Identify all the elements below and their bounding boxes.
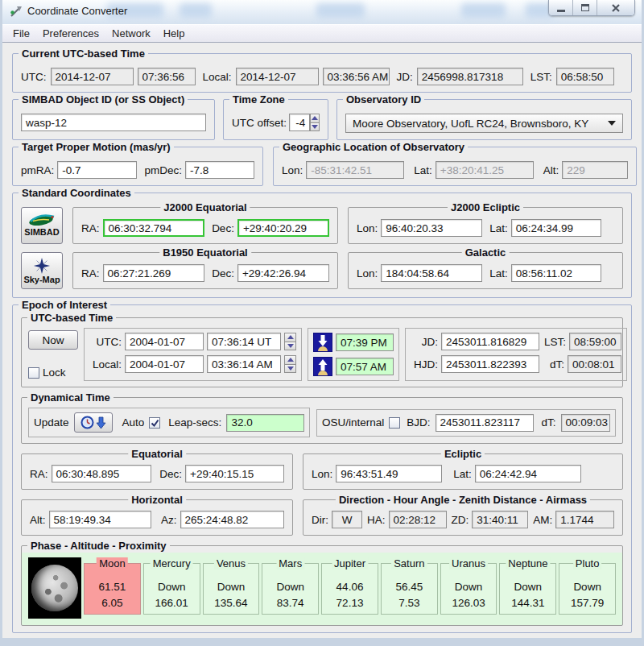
clock-icon — [80, 416, 94, 429]
epoch-jd-input[interactable]: 2453011.816829 — [441, 333, 539, 350]
update-button[interactable] — [74, 412, 113, 433]
maximize-icon — [581, 4, 589, 11]
leap-secs-field[interactable]: 32.0 — [226, 414, 304, 432]
body-proximity-value: 144.31 — [511, 596, 544, 610]
body-panel-jupiter: Jupiter44.0672.13 — [321, 563, 378, 615]
group-standard-coordinates: Standard Coordinates SIMBAD J2000 Equato… — [12, 193, 632, 298]
j2000-ecl-lon-input[interactable]: 96:40:20.33 — [381, 219, 482, 237]
epoch-dec-input[interactable]: +29:40:15.15 — [185, 465, 284, 482]
epoch-hjd-input[interactable]: 2453011.822393 — [441, 355, 539, 373]
menu-file[interactable]: File — [7, 26, 35, 41]
osu-internal-checkbox[interactable] — [389, 417, 400, 429]
jd-label: JD: — [397, 71, 413, 83]
dropdown-arrow-icon — [608, 121, 616, 126]
aero-glass-artifact — [180, 3, 212, 18]
group-title: Target Proper Motion (mas/yr) — [19, 141, 174, 153]
lock-checkbox[interactable] — [28, 367, 39, 379]
aero-glass-artifact — [461, 3, 506, 18]
epoch-ecl-lat-input[interactable]: 06:24:42.94 — [475, 465, 581, 482]
body-proximity-value: 83.74 — [277, 596, 304, 610]
epoch-utc-time-input[interactable]: 07:36:14 UT — [207, 333, 281, 350]
group-current-utc-time: Current UTC-based Time UTC: 2014-12-07 0… — [12, 53, 632, 93]
utc-offset-input[interactable]: -4 — [289, 114, 310, 131]
spinner-down-button[interactable] — [284, 342, 296, 351]
menu-help[interactable]: Help — [158, 26, 191, 41]
geo-lon-field: -85:31:42.51 — [306, 161, 404, 179]
group-b1950-equatorial: B1950 Equatorial RA: 06:27:21.269 Dec: +… — [72, 252, 338, 289]
spinner-down-button[interactable] — [284, 365, 296, 374]
epoch-utc-date-input[interactable]: 2004-01-07 — [125, 333, 204, 350]
current-utc-time-field: 07:36:56 — [138, 68, 196, 85]
altitude-input[interactable]: 58:19:49.34 — [49, 511, 151, 528]
minimize-icon — [557, 10, 565, 12]
group-simbad-object-id: SIMBAD Object ID (or SS Object) wasp-12 — [12, 99, 215, 140]
up-arrow-icon — [312, 116, 318, 120]
sunrise-icon[interactable] — [313, 357, 332, 376]
lst-label: LST: — [530, 71, 552, 83]
j2000-ecl-lat-input[interactable]: 06:24:34.99 — [511, 219, 601, 237]
observatory-selected-value: Moore Observatory, UofL RC24, Brownsboro… — [353, 118, 588, 130]
group-title: Observatory ID — [343, 93, 424, 106]
menu-preferences[interactable]: Preferences — [37, 26, 105, 41]
epoch-local-time-input[interactable]: 03:36:14 AM — [207, 355, 281, 373]
spinner-up-button[interactable] — [284, 333, 296, 342]
now-button[interactable]: Now — [28, 330, 78, 350]
pmdec-input[interactable]: -7.8 — [185, 161, 254, 179]
epoch-ra-input[interactable]: 06:30:48.895 — [52, 465, 152, 482]
minimize-button[interactable] — [549, 0, 573, 15]
titlebar[interactable]: Coordinate Converter — [2, 0, 642, 24]
leap-secs-label: Leap-secs: — [168, 416, 221, 429]
b1950-dec-input[interactable]: +29:42:26.94 — [237, 264, 329, 282]
observatory-dropdown[interactable]: Moore Observatory, UofL RC24, Brownsboro… — [345, 114, 623, 133]
dec-label: Dec: — [159, 468, 182, 480]
j2000-ra-input[interactable]: 06:30:32.794 — [103, 219, 205, 237]
simbad-button[interactable]: SIMBAD — [21, 207, 63, 244]
epoch-ecl-lon-input[interactable]: 96:43:51.49 — [336, 465, 442, 482]
utc-label: UTC: — [89, 336, 122, 348]
update-label: Update — [34, 416, 69, 429]
group-title: Standard Coordinates — [19, 187, 134, 199]
group-proper-motion: Target Proper Motion (mas/yr) pmRA: -0.7… — [12, 147, 263, 186]
group-geographic-location: Geographic Location of Observatory Lon: … — [273, 147, 637, 186]
spinner-up-button[interactable] — [310, 114, 320, 123]
spinner-up-button[interactable] — [284, 355, 296, 365]
group-title: Galactic — [462, 246, 510, 259]
skymap-button[interactable]: Sky-Map — [21, 252, 63, 289]
body-panel-moon: Moon61.516.05 — [84, 563, 141, 615]
jd-label: JD: — [411, 336, 438, 348]
group-title: Ecliptic — [441, 448, 485, 460]
azimuth-input[interactable]: 265:24:48.82 — [180, 511, 284, 528]
lat-label: Lat: — [453, 468, 472, 480]
app-window: Coordinate Converter File Preferences Ne… — [0, 0, 644, 646]
lst-label: LST: — [544, 336, 566, 348]
epoch-local-date-input[interactable]: 2004-01-07 — [125, 355, 204, 373]
galactic-lat-input[interactable]: 08:56:11.02 — [511, 264, 601, 282]
close-button[interactable] — [597, 0, 634, 15]
geo-lat-field: +38:20:41.25 — [436, 161, 534, 179]
body-proximity-value: 6.05 — [101, 596, 122, 610]
body-altitude-value: Down — [158, 580, 186, 594]
galactic-lon-input[interactable]: 184:04:58.64 — [381, 264, 482, 282]
bjd-input[interactable]: 2453011.823117 — [436, 414, 534, 432]
spinner-down-button[interactable] — [310, 123, 320, 132]
group-title: Horizontal — [128, 494, 186, 506]
b1950-ra-input[interactable]: 06:27:21.269 — [103, 264, 205, 282]
body-panel-mars: MarsDown83.74 — [262, 563, 319, 615]
sunset-icon[interactable] — [313, 333, 332, 352]
aero-glass-artifact — [316, 3, 365, 18]
menubar: File Preferences Network Help — [2, 24, 642, 43]
object-id-input[interactable]: wasp-12 — [21, 114, 206, 131]
local-label: Local: — [89, 358, 122, 371]
geo-alt-field: 229 — [562, 161, 628, 179]
menu-network[interactable]: Network — [106, 26, 156, 41]
pmra-input[interactable]: -0.7 — [57, 161, 136, 179]
ra-label: RA: — [30, 468, 48, 480]
body-panel-venus: VenusDown135.64 — [203, 563, 260, 615]
group-j2000-ecliptic: J2000 Ecliptic Lon: 96:40:20.33 Lat: 06:… — [348, 207, 623, 244]
maximize-button[interactable] — [573, 0, 597, 15]
group-title: Direction - Hour Angle - Zenith Distance… — [336, 494, 590, 506]
j2000-dec-input[interactable]: +29:40:20.29 — [237, 219, 329, 237]
auto-checkbox[interactable] — [149, 417, 160, 429]
hour-angle-field: 02:28:12 — [389, 511, 447, 528]
lock-label: Lock — [43, 366, 66, 379]
